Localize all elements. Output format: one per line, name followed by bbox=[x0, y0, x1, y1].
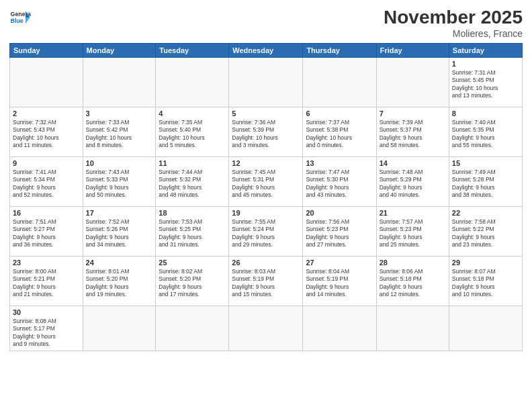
table-row: 29Sunrise: 8:07 AM Sunset: 5:18 PM Dayli… bbox=[449, 257, 522, 306]
day-number: 27 bbox=[306, 259, 373, 267]
table-row: 24Sunrise: 8:01 AM Sunset: 5:20 PM Dayli… bbox=[83, 257, 156, 306]
day-number: 21 bbox=[380, 209, 446, 217]
day-number: 10 bbox=[86, 159, 153, 167]
header-saturday: Saturday bbox=[449, 44, 522, 58]
calendar-table: Sunday Monday Tuesday Wednesday Thursday… bbox=[9, 43, 523, 351]
day-number: 8 bbox=[452, 109, 519, 118]
day-number: 28 bbox=[380, 259, 446, 267]
table-row: 2Sunrise: 7:32 AM Sunset: 5:43 PM Daylig… bbox=[10, 107, 83, 157]
day-info: Sunrise: 8:03 AM Sunset: 5:19 PM Dayligh… bbox=[232, 268, 300, 299]
table-row bbox=[376, 58, 449, 107]
table-row: 7Sunrise: 7:39 AM Sunset: 5:37 PM Daylig… bbox=[376, 107, 449, 157]
day-info: Sunrise: 7:35 AM Sunset: 5:40 PM Dayligh… bbox=[159, 119, 226, 150]
calendar-header-row: Sunday Monday Tuesday Wednesday Thursday… bbox=[10, 44, 523, 58]
day-info: Sunrise: 7:37 AM Sunset: 5:38 PM Dayligh… bbox=[306, 119, 373, 150]
day-info: Sunrise: 7:33 AM Sunset: 5:42 PM Dayligh… bbox=[86, 119, 153, 150]
day-number: 2 bbox=[13, 109, 80, 118]
day-number: 20 bbox=[306, 209, 373, 217]
day-number: 12 bbox=[232, 159, 300, 167]
day-info: Sunrise: 8:04 AM Sunset: 5:19 PM Dayligh… bbox=[306, 268, 373, 299]
logo-icon: General Blue bbox=[9, 7, 31, 28]
table-row bbox=[376, 306, 449, 351]
header-tuesday: Tuesday bbox=[156, 44, 229, 58]
day-info: Sunrise: 7:57 AM Sunset: 5:23 PM Dayligh… bbox=[380, 218, 446, 249]
header-friday: Friday bbox=[376, 44, 449, 58]
table-row bbox=[303, 58, 376, 107]
table-row: 25Sunrise: 8:02 AM Sunset: 5:20 PM Dayli… bbox=[156, 257, 229, 306]
day-info: Sunrise: 8:01 AM Sunset: 5:20 PM Dayligh… bbox=[86, 268, 153, 299]
day-info: Sunrise: 8:07 AM Sunset: 5:18 PM Dayligh… bbox=[452, 268, 519, 299]
day-info: Sunrise: 7:36 AM Sunset: 5:39 PM Dayligh… bbox=[232, 119, 300, 150]
table-row bbox=[10, 58, 83, 107]
day-number: 16 bbox=[13, 209, 80, 217]
table-row: 5Sunrise: 7:36 AM Sunset: 5:39 PM Daylig… bbox=[229, 107, 303, 157]
table-row: 27Sunrise: 8:04 AM Sunset: 5:19 PM Dayli… bbox=[303, 257, 376, 306]
day-info: Sunrise: 7:41 AM Sunset: 5:34 PM Dayligh… bbox=[13, 169, 80, 199]
svg-text:Blue: Blue bbox=[11, 17, 24, 24]
table-row: 20Sunrise: 7:56 AM Sunset: 5:23 PM Dayli… bbox=[303, 207, 376, 257]
day-number: 17 bbox=[86, 209, 153, 217]
svg-marker-3 bbox=[26, 17, 30, 24]
day-info: Sunrise: 7:43 AM Sunset: 5:33 PM Dayligh… bbox=[86, 169, 153, 199]
header-sunday: Sunday bbox=[10, 44, 83, 58]
table-row bbox=[156, 306, 229, 351]
header-monday: Monday bbox=[83, 44, 156, 58]
table-row: 15Sunrise: 7:49 AM Sunset: 5:28 PM Dayli… bbox=[449, 157, 522, 207]
table-row: 19Sunrise: 7:55 AM Sunset: 5:24 PM Dayli… bbox=[229, 207, 303, 257]
table-row: 30Sunrise: 8:08 AM Sunset: 5:17 PM Dayli… bbox=[10, 306, 83, 351]
day-number: 3 bbox=[86, 109, 153, 118]
location: Molieres, France bbox=[384, 28, 523, 39]
day-number: 13 bbox=[306, 159, 373, 167]
table-row bbox=[229, 58, 303, 107]
table-row: 4Sunrise: 7:35 AM Sunset: 5:40 PM Daylig… bbox=[156, 107, 229, 157]
day-info: Sunrise: 7:51 AM Sunset: 5:27 PM Dayligh… bbox=[13, 218, 80, 249]
table-row bbox=[83, 58, 156, 107]
day-info: Sunrise: 7:48 AM Sunset: 5:29 PM Dayligh… bbox=[380, 169, 446, 199]
table-row: 11Sunrise: 7:44 AM Sunset: 5:32 PM Dayli… bbox=[156, 157, 229, 207]
day-info: Sunrise: 7:55 AM Sunset: 5:24 PM Dayligh… bbox=[232, 218, 300, 249]
day-info: Sunrise: 7:58 AM Sunset: 5:22 PM Dayligh… bbox=[452, 218, 519, 249]
day-number: 14 bbox=[380, 159, 446, 167]
day-info: Sunrise: 7:31 AM Sunset: 5:45 PM Dayligh… bbox=[452, 69, 519, 100]
day-number: 15 bbox=[452, 159, 519, 167]
day-number: 30 bbox=[13, 308, 80, 316]
day-info: Sunrise: 8:00 AM Sunset: 5:21 PM Dayligh… bbox=[13, 268, 80, 299]
table-row: 12Sunrise: 7:45 AM Sunset: 5:31 PM Dayli… bbox=[229, 157, 303, 207]
header-thursday: Thursday bbox=[303, 44, 376, 58]
table-row: 8Sunrise: 7:40 AM Sunset: 5:35 PM Daylig… bbox=[449, 107, 522, 157]
day-number: 11 bbox=[159, 159, 226, 167]
table-row: 16Sunrise: 7:51 AM Sunset: 5:27 PM Dayli… bbox=[10, 207, 83, 257]
day-number: 5 bbox=[232, 109, 300, 118]
table-row: 10Sunrise: 7:43 AM Sunset: 5:33 PM Dayli… bbox=[83, 157, 156, 207]
table-row: 13Sunrise: 7:47 AM Sunset: 5:30 PM Dayli… bbox=[303, 157, 376, 207]
day-info: Sunrise: 7:52 AM Sunset: 5:26 PM Dayligh… bbox=[86, 218, 153, 249]
table-row: 1Sunrise: 7:31 AM Sunset: 5:45 PM Daylig… bbox=[449, 58, 522, 107]
day-number: 9 bbox=[13, 159, 80, 167]
day-info: Sunrise: 8:08 AM Sunset: 5:17 PM Dayligh… bbox=[13, 318, 80, 349]
day-info: Sunrise: 7:40 AM Sunset: 5:35 PM Dayligh… bbox=[452, 119, 519, 150]
day-number: 25 bbox=[159, 259, 226, 267]
day-info: Sunrise: 8:02 AM Sunset: 5:20 PM Dayligh… bbox=[159, 268, 226, 299]
day-number: 26 bbox=[232, 259, 300, 267]
day-info: Sunrise: 7:45 AM Sunset: 5:31 PM Dayligh… bbox=[232, 169, 300, 199]
table-row: 3Sunrise: 7:33 AM Sunset: 5:42 PM Daylig… bbox=[83, 107, 156, 157]
day-number: 19 bbox=[232, 209, 300, 217]
day-number: 4 bbox=[159, 109, 226, 118]
header-wednesday: Wednesday bbox=[229, 44, 303, 58]
day-number: 29 bbox=[452, 259, 519, 267]
day-number: 6 bbox=[306, 109, 373, 118]
table-row: 6Sunrise: 7:37 AM Sunset: 5:38 PM Daylig… bbox=[303, 107, 376, 157]
logo: General Blue bbox=[9, 7, 31, 28]
day-number: 18 bbox=[159, 209, 226, 217]
day-number: 1 bbox=[452, 60, 519, 68]
table-row: 22Sunrise: 7:58 AM Sunset: 5:22 PM Dayli… bbox=[449, 207, 522, 257]
table-row bbox=[156, 58, 229, 107]
table-row: 23Sunrise: 8:00 AM Sunset: 5:21 PM Dayli… bbox=[10, 257, 83, 306]
day-number: 24 bbox=[86, 259, 153, 267]
day-info: Sunrise: 7:56 AM Sunset: 5:23 PM Dayligh… bbox=[306, 218, 373, 249]
table-row bbox=[229, 306, 303, 351]
day-info: Sunrise: 7:32 AM Sunset: 5:43 PM Dayligh… bbox=[13, 119, 80, 150]
title-block: November 2025 Molieres, France bbox=[384, 7, 523, 39]
table-row: 18Sunrise: 7:53 AM Sunset: 5:25 PM Dayli… bbox=[156, 207, 229, 257]
day-info: Sunrise: 7:49 AM Sunset: 5:28 PM Dayligh… bbox=[452, 169, 519, 199]
